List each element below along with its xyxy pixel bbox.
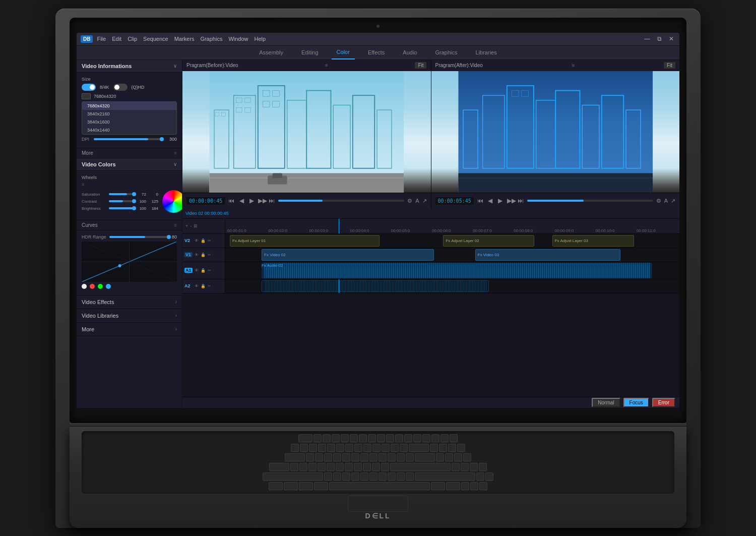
key-i[interactable]: [369, 453, 377, 461]
key-backspace[interactable]: [409, 444, 429, 452]
key-num3[interactable]: [448, 444, 456, 452]
key-4[interactable]: [327, 444, 335, 452]
key-6[interactable]: [345, 444, 353, 452]
key-num9[interactable]: [461, 463, 469, 471]
key-down[interactable]: [470, 482, 478, 490]
key-num8[interactable]: [452, 463, 460, 471]
track-v2-eye[interactable]: 👁: [195, 239, 199, 243]
tab-audio[interactable]: Audio: [398, 46, 422, 59]
after-play[interactable]: ▶: [497, 197, 504, 204]
key-f11[interactable]: [404, 434, 412, 442]
tl-zoom-out[interactable]: -: [190, 223, 192, 228]
key-caps[interactable]: [269, 463, 289, 471]
track-v2-fx[interactable]: ✂: [208, 239, 211, 243]
before-progress[interactable]: [278, 200, 404, 202]
key-l[interactable]: [363, 463, 371, 471]
dot-red[interactable]: [90, 284, 95, 289]
menu-clip[interactable]: Clip: [128, 36, 137, 42]
after-skip-fwd[interactable]: ⏭: [517, 197, 524, 204]
key-f8[interactable]: [377, 434, 385, 442]
after-export-icon[interactable]: ↗: [671, 198, 675, 204]
key-d[interactable]: [308, 463, 317, 471]
key-alt-l[interactable]: [314, 482, 328, 490]
menu-edit[interactable]: Edit: [112, 36, 121, 42]
key-k[interactable]: [354, 463, 362, 471]
color-wheel[interactable]: [162, 190, 182, 213]
key-m[interactable]: [379, 472, 387, 481]
dropdown-item-0[interactable]: 7680x4320: [82, 102, 176, 110]
key-semi[interactable]: [372, 463, 380, 471]
key-enter[interactable]: [390, 463, 451, 471]
key-ctrl-l[interactable]: [269, 482, 283, 490]
menu-window[interactable]: Window: [228, 36, 248, 42]
saturation-slider[interactable]: [109, 193, 134, 195]
resolution-dropdown[interactable]: 7680x4320 3840x2160 3840x1600 3440x1440: [82, 101, 177, 135]
key-num6[interactable]: [445, 453, 453, 461]
key-f10[interactable]: [395, 434, 403, 442]
key-f9[interactable]: [386, 434, 394, 442]
nav-video-libraries[interactable]: Video Libraries ›: [77, 309, 182, 323]
key-w[interactable]: [315, 453, 323, 461]
key-num0[interactable]: [470, 463, 478, 471]
key-num1[interactable]: [430, 444, 438, 452]
key-slash[interactable]: [406, 472, 414, 481]
key-num4[interactable]: [457, 444, 465, 452]
key-e[interactable]: [324, 453, 332, 461]
key-num7[interactable]: [454, 453, 462, 461]
video-colors-header[interactable]: Video Colors ∨: [77, 158, 182, 171]
after-progress[interactable]: [527, 200, 653, 202]
clip-adjust-02[interactable]: Fx Adjust Layer 02: [443, 235, 534, 247]
menu-markers[interactable]: Markers: [174, 36, 195, 42]
key-b[interactable]: [360, 472, 368, 481]
dot-white[interactable]: [82, 284, 87, 289]
key-s[interactable]: [299, 463, 307, 471]
key-f6[interactable]: [359, 434, 367, 442]
minimize-button[interactable]: —: [643, 35, 651, 42]
brightness-slider[interactable]: [109, 207, 134, 209]
before-play[interactable]: ▶: [248, 197, 255, 204]
clip-audio2[interactable]: [262, 280, 489, 292]
menu-help[interactable]: Help: [255, 36, 266, 42]
key-f5[interactable]: [350, 434, 358, 442]
clip-adjust-03[interactable]: Fx Adjust Layer 03: [552, 235, 634, 247]
key-a[interactable]: [290, 463, 298, 471]
key-space[interactable]: [329, 482, 430, 490]
key-2[interactable]: [309, 444, 317, 452]
key-f[interactable]: [318, 463, 326, 471]
track-v1-fx[interactable]: ✂: [208, 253, 211, 257]
key-esc[interactable]: [298, 434, 312, 442]
clip-video-02[interactable]: Fx Video 02: [262, 249, 434, 261]
dot-green[interactable]: [98, 284, 103, 289]
track-a2-fx[interactable]: ✂: [208, 284, 211, 288]
key-numperiod[interactable]: [485, 472, 493, 481]
key-end[interactable]: [450, 434, 458, 442]
track-a2-eye[interactable]: 👁: [195, 284, 199, 288]
dropdown-item-1[interactable]: 3840x2160: [82, 110, 176, 118]
preview-after-fit[interactable]: Fit: [664, 62, 675, 69]
key-backslash[interactable]: [415, 453, 435, 461]
track-a1-lock[interactable]: 🔒: [201, 268, 206, 273]
key-o[interactable]: [379, 453, 387, 461]
key-z[interactable]: [324, 472, 332, 481]
toggle-qhd[interactable]: [113, 84, 128, 91]
key-f3[interactable]: [332, 434, 340, 442]
key-p[interactable]: [388, 453, 396, 461]
key-x[interactable]: [333, 472, 341, 481]
key-num-enter[interactable]: [479, 463, 487, 471]
key-y[interactable]: [351, 453, 359, 461]
key-0[interactable]: [382, 444, 390, 452]
track-v2-lock[interactable]: 🔒: [201, 239, 206, 243]
key-8[interactable]: [363, 444, 371, 452]
trackpad[interactable]: [348, 496, 408, 512]
after-step-back[interactable]: ◀: [487, 197, 494, 204]
key-c[interactable]: [342, 472, 350, 481]
track-v1-lock[interactable]: 🔒: [201, 253, 206, 257]
key-f2[interactable]: [323, 434, 331, 442]
key-bracket-l[interactable]: [397, 453, 405, 461]
before-export-icon[interactable]: ↗: [422, 198, 427, 204]
menu-file[interactable]: File: [97, 36, 106, 42]
menu-sequence[interactable]: Sequence: [143, 36, 168, 42]
more-section-header[interactable]: More ≡: [77, 148, 182, 158]
key-f12[interactable]: [413, 434, 421, 442]
video-informations-header[interactable]: Video Informations ∨: [77, 60, 182, 73]
